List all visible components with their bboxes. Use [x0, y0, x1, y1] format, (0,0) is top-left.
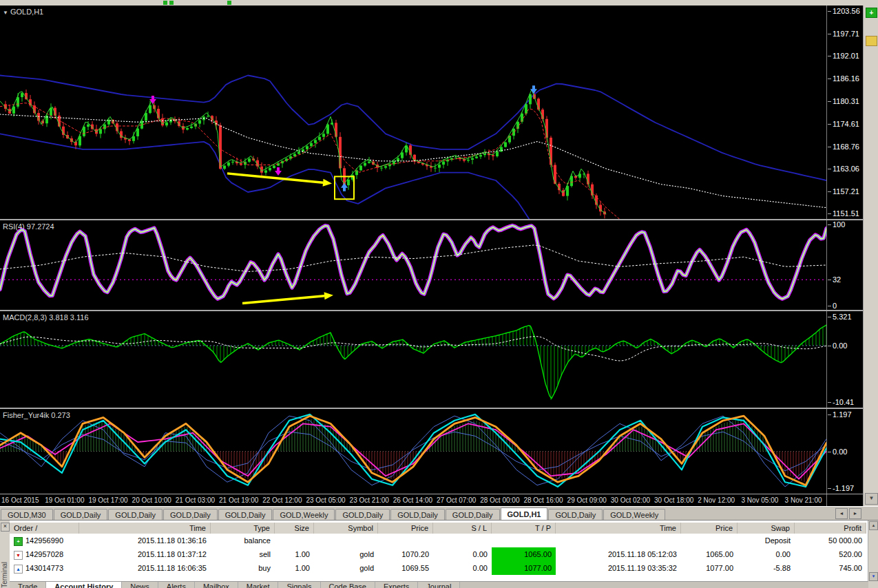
column-header-time[interactable]: Time: [79, 523, 211, 534]
column-header-s-l[interactable]: S / L: [433, 523, 492, 534]
chart-tab-gold-daily[interactable]: GOLD,Daily: [54, 509, 108, 521]
fisher-label: Fisher_Yur4ik 0.273: [3, 411, 70, 419]
chart-tab-gold-daily[interactable]: GOLD,Daily: [548, 509, 603, 521]
window-marker-icon[interactable]: ▼: [3, 10, 8, 16]
terminal-side-label: Terminal: [1, 562, 8, 588]
rsi-scale[interactable]: 100320: [826, 220, 863, 310]
tab-scroll-right-icon[interactable]: ►: [849, 508, 861, 519]
chart-tab-gold-daily[interactable]: GOLD,Daily: [446, 509, 500, 521]
time-axis-label: 27 Oct 07:00: [437, 496, 476, 504]
column-header-t-p[interactable]: T / P: [492, 523, 556, 534]
time-axis-label: 2 Nov 12:00: [698, 496, 735, 504]
time-axis-label: 23 Oct 21:00: [350, 496, 389, 504]
rsi-plot[interactable]: RSI(4) 97.2724: [0, 220, 826, 310]
add-chart-icon[interactable]: +: [866, 8, 877, 18]
time-axis-label: 19 Oct 17:00: [88, 496, 127, 504]
chart-tab-gold-weekly[interactable]: GOLD,Weekly: [603, 509, 665, 521]
chart-title: ▼GOLD,H1: [3, 8, 43, 16]
folder-icon[interactable]: [866, 36, 877, 46]
table-cell: [433, 534, 492, 547]
scroll-up-icon[interactable]: ▲: [869, 521, 878, 530]
macd-plot[interactable]: MACD(2,8,3) 3.818 3.116: [0, 311, 826, 408]
terminal-tab-mailbox[interactable]: Mailbox: [195, 582, 238, 588]
table-row[interactable]: ▼1429570282015.11.18 01:37:12sell1.00gol…: [10, 547, 868, 561]
column-header-size[interactable]: Size: [275, 523, 314, 534]
chart-tab-gold-daily[interactable]: GOLD,Daily: [218, 509, 273, 521]
sort-indicator-icon: /: [33, 524, 37, 532]
column-header-symbol[interactable]: Symbol: [314, 523, 378, 534]
chart-tab-gold-m30[interactable]: GOLD,M30: [1, 509, 53, 521]
main-chart-plot[interactable]: ▼GOLD,H1: [0, 6, 826, 219]
column-header-swap[interactable]: Swap: [738, 523, 795, 534]
terminal-scrollbar[interactable]: ▲ ▼: [868, 521, 878, 582]
terminal-tab-trade[interactable]: Trade: [10, 582, 46, 588]
time-axis[interactable]: 16 Oct 201519 Oct 01:0019 Oct 17:0020 Oc…: [0, 494, 826, 506]
scale-label: 1163.06: [833, 165, 859, 173]
time-axis-label: 30 Oct 18:00: [654, 496, 693, 504]
scale-label: 1203.56: [833, 7, 860, 15]
chart-tab-gold-daily[interactable]: GOLD,Daily: [335, 509, 390, 521]
panel-macd: MACD(2,8,3) 3.818 3.116 5.3210.00-10.41: [0, 311, 863, 408]
scale-label: 1186.16: [833, 74, 859, 83]
fisher-indicator-chart[interactable]: [0, 409, 826, 494]
scale-label: 1192.01: [833, 52, 859, 60]
chart-tab-bar: GOLD,M30GOLD,DailyGOLD,DailyGOLD,DailyGO…: [0, 506, 878, 521]
sell-order-icon: ▼: [14, 551, 23, 560]
tab-scroll-left-icon[interactable]: ◄: [835, 508, 848, 519]
terminal-table-rows: +1429569902015.11.18 01:36:16balanceDepo…: [10, 534, 868, 575]
time-axis-label: 28 Oct 00:00: [480, 496, 519, 504]
terminal-tab-journal[interactable]: Journal: [418, 582, 460, 588]
scale-label: 32: [833, 275, 841, 284]
rsi-indicator-chart[interactable]: [0, 220, 826, 310]
table-cell: -5.88: [738, 561, 795, 575]
terminal-tab-signals[interactable]: Signals: [278, 582, 320, 588]
chart-right-toolbar: + ▼: [863, 6, 878, 506]
table-cell: 0.00: [433, 547, 492, 561]
column-header-price[interactable]: Price: [378, 523, 433, 534]
macd-scale[interactable]: 5.3210.00-10.41: [826, 311, 863, 408]
scale-label: 1174.61: [833, 120, 859, 128]
scroll-down-icon[interactable]: ▼: [869, 572, 878, 581]
table-cell: 2015.11.19 03:35:32: [556, 561, 681, 575]
table-cell: 1065.00: [492, 547, 556, 561]
table-cell: 50 000.00: [795, 534, 866, 547]
chart-tab-gold-h1[interactable]: GOLD,H1: [501, 507, 548, 521]
terminal-tab-account-history[interactable]: Account History: [46, 582, 122, 588]
terminal-close-button[interactable]: ×: [1, 523, 10, 532]
price-scale-main[interactable]: 1203.561197.711192.011186.161180.311174.…: [826, 6, 863, 219]
tab-scroll-buttons: ◄ ►: [835, 507, 861, 521]
chart-tabs: GOLD,M30GOLD,DailyGOLD,DailyGOLD,DailyGO…: [0, 507, 665, 521]
column-header-price[interactable]: Price: [681, 523, 738, 534]
table-row[interactable]: +1429569902015.11.18 01:36:16balanceDepo…: [10, 534, 868, 547]
column-header-time[interactable]: Time: [556, 523, 681, 534]
chart-tab-gold-daily[interactable]: GOLD,Daily: [163, 509, 218, 521]
terminal-tab-alerts[interactable]: Alerts: [158, 582, 195, 588]
main-price-chart[interactable]: [0, 6, 826, 219]
terminal-tab-market[interactable]: Market: [238, 582, 279, 588]
fisher-plot[interactable]: Fisher_Yur4ik 0.273: [0, 409, 826, 494]
table-cell: [275, 534, 314, 547]
column-header-type[interactable]: Type: [211, 523, 275, 534]
scale-label: 1180.31: [833, 97, 859, 105]
fisher-label-text: Fisher_Yur4ik 0.273: [3, 411, 70, 419]
chart-tab-gold-daily[interactable]: GOLD,Daily: [108, 509, 163, 521]
column-header-profit[interactable]: Profit: [795, 523, 866, 534]
time-axis-label: 22 Oct 12:00: [262, 496, 302, 504]
column-header-order[interactable]: Order /: [10, 523, 79, 534]
toolbar-fragment-icon: [169, 1, 174, 5]
terminal-tab-code-base[interactable]: Code Base: [321, 582, 375, 588]
terminal-tab-experts[interactable]: Experts: [375, 582, 418, 588]
chart-scroll-down-icon[interactable]: ▼: [865, 493, 878, 505]
table-cell: 1.00: [275, 561, 314, 575]
table-cell: 745.00: [795, 561, 866, 575]
chart-tab-gold-daily[interactable]: GOLD,Daily: [390, 509, 445, 521]
top-toolbar-fragment: [0, 0, 878, 6]
chart-window: ▼GOLD,H1 1203.561197.711192.011186.16118…: [0, 6, 863, 506]
fisher-scale[interactable]: 1.1970.00-1.197: [826, 409, 863, 494]
table-cell: 2015.11.18 05:12:03: [556, 547, 681, 561]
macd-indicator-chart[interactable]: [0, 311, 826, 408]
time-axis-label: 26 Oct 14:00: [393, 496, 432, 504]
chart-tab-gold-weekly[interactable]: GOLD,Weekly: [273, 509, 335, 521]
table-row[interactable]: ▲1430147732015.11.18 16:06:35buy1.00gold…: [10, 561, 868, 575]
terminal-tab-news[interactable]: News: [122, 582, 158, 588]
